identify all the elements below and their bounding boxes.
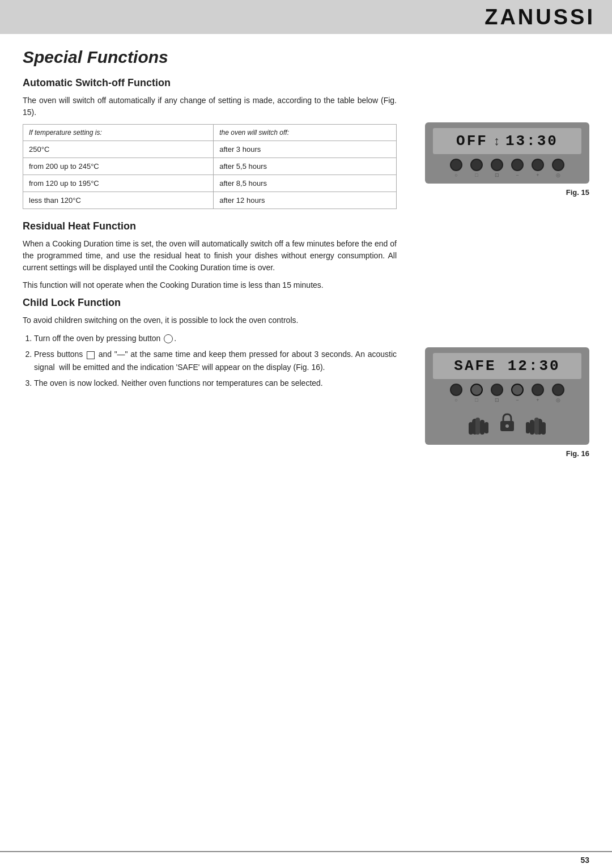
- fig16-panel-button-2[interactable]: [470, 384, 483, 396]
- figures-column: OFF ↕ 13:30 ○ □: [408, 77, 589, 463]
- btn-col6: ◎: [552, 159, 564, 178]
- left-hand-icon: [464, 407, 494, 437]
- panel-button-3[interactable]: [491, 159, 503, 171]
- svg-rect-3: [480, 420, 484, 435]
- hand-icons-row: [433, 407, 581, 439]
- temp-cell: from 200 up to 245°C: [23, 158, 214, 175]
- fig15-time-text: 13:30: [505, 133, 558, 150]
- fig16-time-text: 12:30: [508, 358, 560, 375]
- panel-button-2[interactable]: [470, 159, 483, 171]
- table-row: less than 120°C after 12 hours: [23, 192, 397, 209]
- power-button-icon: [164, 334, 173, 343]
- svg-rect-10: [530, 420, 534, 435]
- table-row: from 200 up to 245°C after 5,5 hours: [23, 158, 397, 175]
- panel-button-5[interactable]: [532, 159, 544, 171]
- btn-col5: +: [532, 159, 544, 178]
- section1-content: Automatic Switch-off Function The oven w…: [23, 77, 397, 393]
- fig16-label: Fig. 16: [566, 449, 589, 458]
- section3-steps: Turn off the oven by pressing button . P…: [34, 332, 397, 390]
- table-row: from 120 up to 195°C after 8,5 hours: [23, 175, 397, 192]
- section3-heading: Child Lock Function: [23, 297, 397, 309]
- panel-button-1[interactable]: [450, 159, 462, 171]
- temp-cell: from 120 up to 195°C: [23, 175, 214, 192]
- table-header-row: If temperature setting is: the oven will…: [23, 125, 397, 141]
- switch-off-table: If temperature setting is: the oven will…: [23, 124, 397, 209]
- page-number: 53: [580, 856, 589, 865]
- step3: The oven is now locked. Neither oven fun…: [34, 377, 397, 389]
- step2: Press buttons and "—" at the same time a…: [34, 348, 397, 373]
- section3-intro: To avoid children switching on the oven,…: [23, 314, 397, 326]
- square-button-icon: [87, 351, 95, 359]
- time-cell: after 8,5 hours: [214, 175, 397, 192]
- btn-col1: ○: [450, 159, 462, 178]
- fig15-label: Fig. 15: [566, 188, 589, 197]
- page-header: ZANUSSI: [0, 0, 612, 34]
- fig16-btn-col2: □: [470, 384, 483, 403]
- section3-content: Child Lock Function To avoid children sw…: [23, 297, 397, 390]
- svg-rect-8: [541, 422, 546, 435]
- temp-cell: 250°C: [23, 141, 214, 158]
- fig15-separator-icon: ↕: [494, 134, 500, 148]
- fig16-btn-col4: −: [511, 384, 524, 403]
- lock-icon: [498, 412, 516, 432]
- section2-heading: Residual Heat Function: [23, 220, 397, 232]
- col2-header: the oven will switch off:: [214, 125, 397, 141]
- brand-logo: ZANUSSI: [484, 5, 595, 29]
- temp-cell: less than 120°C: [23, 192, 214, 209]
- fig16-container: SAFE 12:30 ○ □: [425, 347, 589, 458]
- fig16-panel-button-1[interactable]: [450, 384, 462, 396]
- time-cell: after 3 hours: [214, 141, 397, 158]
- right-hand-icon: [521, 407, 550, 437]
- fig16-display: SAFE 12:30: [433, 353, 581, 379]
- section2-para1: When a Cooking Duration time is set, the…: [23, 238, 397, 274]
- fig16-buttons: ○ □ ⊡ −: [433, 384, 581, 403]
- section2-content: Residual Heat Function When a Cooking Du…: [23, 220, 397, 291]
- page-title: Special Functions: [23, 48, 589, 67]
- panel-button-4[interactable]: [511, 159, 524, 171]
- fig16-panel-button-3[interactable]: [491, 384, 503, 396]
- fig16-panel-button-4[interactable]: [511, 384, 524, 396]
- step1: Turn off the oven by pressing button .: [34, 332, 397, 344]
- fig16-panel-button-6[interactable]: [552, 384, 564, 396]
- btn-col3: ⊡: [491, 159, 503, 178]
- svg-rect-9: [534, 418, 539, 435]
- svg-rect-4: [484, 422, 488, 433]
- fig15-buttons: ○ □ ⊡ −: [433, 159, 581, 178]
- fig16-btn-col5: +: [532, 384, 544, 403]
- btn-col4: −: [511, 159, 524, 178]
- fig16-panel: SAFE 12:30 ○ □: [425, 347, 589, 445]
- svg-point-6: [505, 424, 509, 428]
- fig16-btn-col3: ⊡: [491, 384, 503, 403]
- svg-rect-1: [469, 422, 473, 435]
- fig16-btn-col1: ○: [450, 384, 462, 403]
- time-cell: after 5,5 hours: [214, 158, 397, 175]
- section1-intro: The oven will switch off automatically i…: [23, 95, 397, 118]
- time-cell: after 12 hours: [214, 192, 397, 209]
- table-row: 250°C after 3 hours: [23, 141, 397, 158]
- section1-heading: Automatic Switch-off Function: [23, 77, 397, 89]
- fig16-safe-text: SAFE: [454, 358, 496, 375]
- main-content: Special Functions Automatic Switch-off F…: [0, 34, 612, 497]
- panel-button-6[interactable]: [552, 159, 564, 171]
- svg-rect-2: [475, 418, 480, 435]
- fig15-panel: OFF ↕ 13:30 ○ □: [425, 122, 589, 184]
- btn-col2: □: [470, 159, 483, 178]
- fig15-display: OFF ↕ 13:30: [433, 128, 581, 154]
- fig15-off-text: OFF: [456, 133, 488, 150]
- fig15-container: OFF ↕ 13:30 ○ □: [425, 122, 589, 197]
- svg-rect-11: [526, 422, 530, 433]
- section2-para2: This function will not operate when the …: [23, 279, 397, 291]
- col1-header: If temperature setting is:: [23, 125, 214, 141]
- page-footer: 53: [0, 851, 612, 868]
- fig16-panel-button-5[interactable]: [532, 384, 544, 396]
- fig16-btn-col6: ◎: [552, 384, 564, 403]
- section1-wrapper: Automatic Switch-off Function The oven w…: [23, 77, 589, 463]
